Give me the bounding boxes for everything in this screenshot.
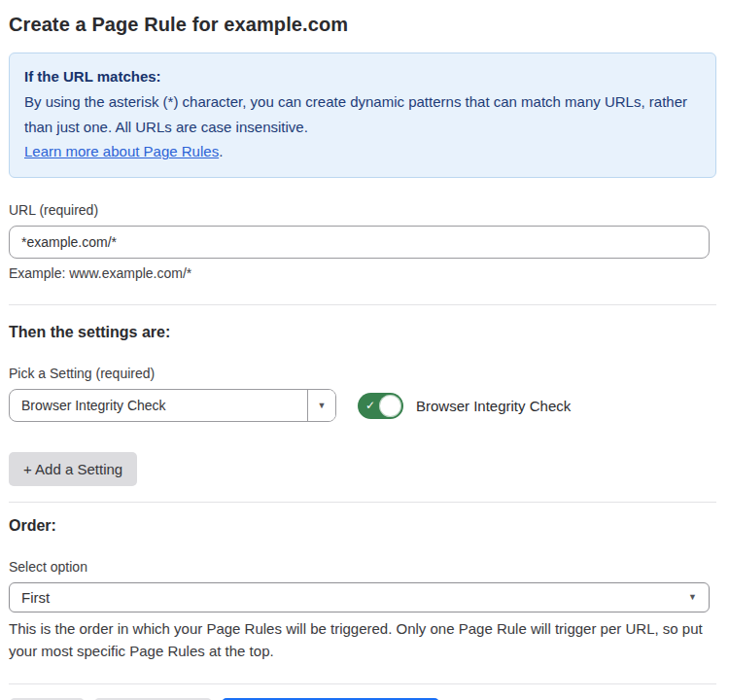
settings-section-heading: Then the settings are: <box>9 324 716 341</box>
create-page-rule-panel: Create a Page Rule for example.com If th… <box>0 0 729 700</box>
order-helper-text: This is the order in which your Page Rul… <box>9 618 712 663</box>
add-setting-button[interactable]: + Add a Setting <box>9 452 137 486</box>
divider <box>9 304 716 305</box>
info-box-heading: If the URL matches: <box>24 64 701 89</box>
order-select-value: First <box>21 589 50 606</box>
link-period: . <box>219 143 223 159</box>
setting-picker-label: Pick a Setting (required) <box>9 366 716 381</box>
divider <box>9 683 716 684</box>
setting-picker-dropdown[interactable]: Browser Integrity Check ▼ <box>9 389 336 422</box>
divider <box>9 502 716 503</box>
chevron-down-icon: ▼ <box>688 593 697 602</box>
url-field-label: URL (required) <box>9 202 716 218</box>
chevron-down-icon: ▼ <box>318 402 327 410</box>
toggle-label: Browser Integrity Check <box>416 398 571 414</box>
url-match-info-box: If the URL matches: By using the asteris… <box>9 52 716 178</box>
url-field-helper: Example: www.example.com/* <box>9 265 716 281</box>
learn-more-link[interactable]: Learn more about Page Rules <box>24 143 219 159</box>
check-icon: ✓ <box>365 400 375 411</box>
setting-picker-arrow-button[interactable]: ▼ <box>307 390 335 421</box>
page-title: Create a Page Rule for example.com <box>9 14 716 36</box>
order-select-label: Select option <box>9 559 716 575</box>
order-select[interactable]: First ▼ <box>9 582 710 612</box>
browser-integrity-toggle[interactable]: ✓ <box>358 393 403 419</box>
setting-row: Browser Integrity Check ▼ ✓ Browser Inte… <box>9 389 716 422</box>
info-box-link-line: Learn more about Page Rules. <box>24 139 701 164</box>
url-input[interactable] <box>9 226 710 259</box>
toggle-knob <box>379 395 401 417</box>
info-box-body: By using the asterisk (*) character, you… <box>24 89 701 140</box>
order-section-heading: Order: <box>9 517 716 535</box>
setting-picker-value: Browser Integrity Check <box>10 390 307 421</box>
setting-toggle-group: ✓ Browser Integrity Check <box>358 393 571 419</box>
